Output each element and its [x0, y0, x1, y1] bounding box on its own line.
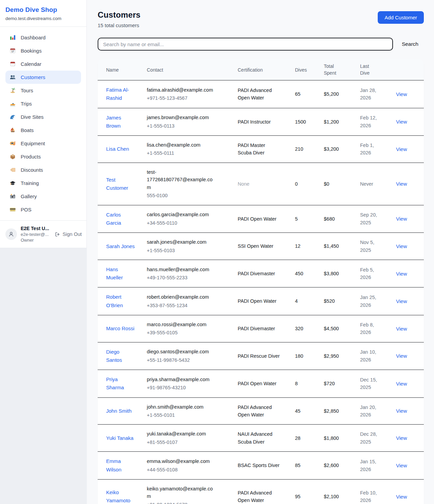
sidebar-header: Demo Dive Shop demo.test.divestreams.com	[0, 0, 86, 26]
sidebar-item-label: Products	[21, 154, 41, 160]
sidebar-item-discounts[interactable]: Discounts	[5, 163, 81, 176]
customer-name-link[interactable]: Robert O'Brien	[106, 294, 123, 308]
customer-name-link[interactable]: Fatima Al-Rashid	[106, 87, 129, 101]
customer-phone: +55-11-99876-5432	[147, 356, 216, 364]
search-button[interactable]: Search	[402, 41, 418, 47]
view-customer-link[interactable]: View	[396, 435, 407, 441]
customer-certification: PADI Advanced Open Water	[238, 405, 272, 417]
sidebar-item-boats[interactable]: Boats	[5, 124, 81, 137]
customer-name-link[interactable]: Marco Rossi	[106, 325, 134, 331]
customer-certification: PADI Open Water	[238, 381, 276, 386]
customer-total-spent: $720	[324, 381, 335, 386]
customer-dives: 28	[295, 435, 300, 441]
customer-total-spent: $3,800	[324, 271, 339, 276]
customer-name-link[interactable]: Diego Santos	[106, 349, 122, 363]
customer-email: sarah.jones@example.com	[147, 238, 216, 246]
package-icon	[9, 153, 16, 160]
customer-dives: 180	[295, 353, 303, 359]
view-customer-link[interactable]: View	[396, 353, 407, 359]
bar-chart-icon	[9, 34, 16, 41]
customer-total-spent: $3,200	[324, 146, 339, 152]
avatar	[5, 228, 17, 240]
person-icon	[8, 231, 15, 238]
customer-dives: 5	[295, 216, 298, 222]
customer-last-dive: Jan 28, 2026	[360, 88, 376, 100]
table-row: James Brownjames.brown@example.com+1-555…	[98, 108, 424, 135]
sidebar-item-equipment[interactable]: Equipment	[5, 137, 81, 150]
customer-phone: +39-555-0105	[147, 329, 216, 336]
customer-name-link[interactable]: Hans Mueller	[106, 266, 123, 280]
view-customer-link[interactable]: View	[396, 243, 407, 249]
customer-total-spent: $0	[324, 181, 329, 187]
customer-name-link[interactable]: Emma Wilson	[106, 458, 121, 472]
customer-dives: 4	[295, 298, 298, 304]
credit-card-icon	[9, 206, 16, 213]
customer-name-link[interactable]: Lisa Chen	[106, 146, 129, 152]
view-customer-link[interactable]: View	[396, 119, 407, 125]
search-input[interactable]	[98, 38, 393, 51]
customer-certification: PADI Divemaster	[238, 326, 275, 331]
customer-name-link[interactable]: Keiko Yamamoto	[106, 489, 130, 503]
customer-name-link[interactable]: Priya Sharma	[106, 376, 124, 390]
customer-last-dive: Feb 10, 2026	[360, 490, 377, 503]
bookings-calendar-icon: 17	[9, 48, 16, 54]
customer-email: hans.mueller@example.com	[147, 266, 216, 273]
wave-icon	[9, 114, 16, 120]
customer-name-link[interactable]: Carlos Garcia	[106, 212, 121, 226]
view-customer-link[interactable]: View	[396, 494, 407, 500]
view-customer-link[interactable]: View	[396, 91, 407, 97]
sidebar-item-label: Tours	[21, 88, 33, 93]
customer-name-link[interactable]: James Brown	[106, 115, 121, 129]
table-row: Keiko Yamamotokeiko.yamamoto@example.com…	[98, 479, 424, 504]
table-row: Carlos Garciacarlos.garcia@example.com+3…	[98, 205, 424, 232]
customer-name-link[interactable]: John Smith	[106, 408, 132, 414]
customer-dives: 8	[295, 381, 298, 386]
sidebar-item-trips[interactable]: Trips	[5, 97, 81, 110]
view-customer-link[interactable]: View	[396, 408, 407, 414]
customer-total-spent: $520	[324, 298, 335, 304]
customer-email: john.smith@example.com	[147, 403, 216, 411]
brand-domain: demo.test.divestreams.com	[5, 16, 80, 21]
user-name: E2E Test U...	[21, 226, 51, 231]
sidebar-item-training[interactable]: Training	[5, 176, 81, 190]
customer-last-dive: Dec 15, 2025	[360, 377, 377, 390]
customer-total-spent: $2,950	[324, 353, 339, 359]
customer-total-spent: $1,800	[324, 435, 339, 441]
view-customer-link[interactable]: View	[396, 463, 407, 468]
sidebar-item-products[interactable]: Products	[5, 150, 81, 163]
customer-name-link[interactable]: Sarah Jones	[106, 243, 135, 249]
customer-phone: +34-555-0110	[147, 219, 216, 227]
view-customer-link[interactable]: View	[396, 326, 407, 332]
view-customer-link[interactable]: View	[396, 146, 407, 152]
table-row: Hans Muellerhans.mueller@example.com+49-…	[98, 260, 424, 287]
sidebar-item-pos[interactable]: POS	[5, 203, 81, 216]
table-row: Sarah Jonessarah.jones@example.com+1-555…	[98, 233, 424, 260]
sidebar-item-dive-sites[interactable]: Dive Sites	[5, 110, 81, 124]
customer-last-dive: Jan 20, 2026	[360, 405, 376, 417]
sidebar-item-gallery[interactable]: Gallery	[5, 190, 81, 203]
sidebar-item-calendar[interactable]: Calendar	[5, 57, 81, 71]
customer-last-dive: Feb 8, 2026	[360, 322, 374, 335]
sidebar-item-bookings[interactable]: 17Bookings	[5, 44, 81, 57]
sidebar-item-tours[interactable]: Tours	[5, 84, 81, 97]
sign-out-button[interactable]: Sign Out	[55, 231, 82, 237]
view-customer-link[interactable]: View	[396, 216, 407, 222]
customer-last-dive: Never	[360, 181, 373, 187]
customer-last-dive: Jan 25, 2026	[360, 295, 376, 307]
customer-name-link[interactable]: Yuki Tanaka	[106, 435, 134, 441]
customer-name-link[interactable]: Test Customer	[106, 177, 128, 191]
user-section: E2E Test U... e2e-tester@... Owner Sign …	[0, 220, 86, 248]
view-customer-link[interactable]: View	[396, 298, 407, 304]
add-customer-button[interactable]: Add Customer	[378, 11, 424, 24]
view-customer-link[interactable]: View	[396, 271, 407, 277]
sign-out-label: Sign Out	[63, 231, 82, 237]
view-customer-link[interactable]: View	[396, 181, 407, 187]
view-customer-link[interactable]: View	[396, 381, 407, 387]
main-content: Customers 15 total customers Add Custome…	[87, 0, 434, 504]
customer-certification: PADI Instructor	[238, 119, 271, 125]
sidebar-item-dashboard[interactable]: Dashboard	[5, 31, 81, 44]
customer-last-dive: Feb 12, 2026	[360, 115, 377, 128]
sidebar-item-customers[interactable]: Customers	[5, 71, 81, 84]
customer-last-dive: Dec 28, 2025	[360, 431, 377, 444]
customer-dives: 45	[295, 408, 300, 414]
